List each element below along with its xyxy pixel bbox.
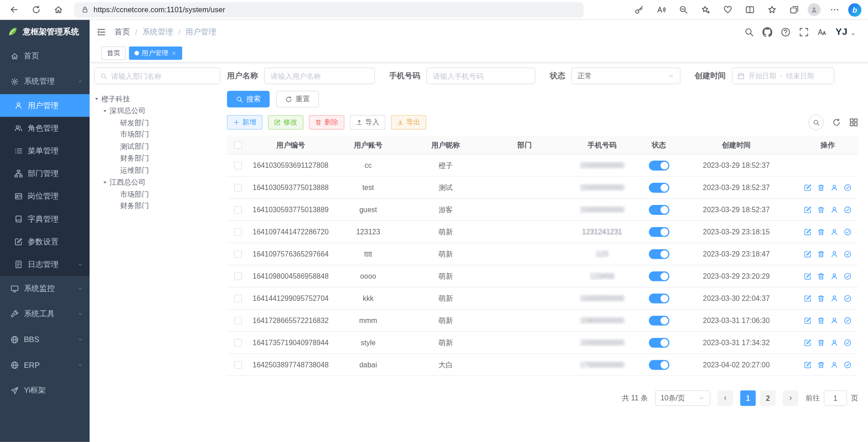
- tab-0[interactable]: 首页: [101, 47, 126, 60]
- column-settings-icon[interactable]: [849, 118, 859, 127]
- reset-password-icon[interactable]: [830, 272, 838, 280]
- import-button[interactable]: 导入: [350, 115, 385, 130]
- reset-password-icon[interactable]: [830, 206, 838, 214]
- status-toggle[interactable]: [649, 204, 669, 214]
- tree-node[interactable]: 橙子科技: [94, 93, 220, 105]
- assign-role-icon[interactable]: [844, 206, 851, 214]
- read-aloud-icon[interactable]: [656, 5, 666, 14]
- row-checkbox[interactable]: [234, 272, 242, 280]
- row-checkbox[interactable]: [234, 184, 242, 191]
- tree-node[interactable]: 市场部门: [94, 188, 220, 200]
- sidebar-item[interactable]: 角色管理: [0, 117, 90, 139]
- row-checkbox[interactable]: [234, 338, 242, 346]
- search-icon[interactable]: [744, 27, 754, 37]
- dept-search-input[interactable]: [111, 72, 214, 80]
- breadcrumb-item[interactable]: 系统管理: [142, 27, 173, 37]
- reset-password-icon[interactable]: [830, 317, 838, 324]
- tree-node[interactable]: 市场部门: [94, 129, 220, 141]
- zoom-icon[interactable]: [678, 5, 688, 14]
- row-checkbox[interactable]: [234, 361, 242, 368]
- sidebar-item[interactable]: 岗位管理: [0, 185, 90, 208]
- add-button[interactable]: 新增: [227, 115, 262, 130]
- page-button-2[interactable]: 2: [760, 390, 776, 406]
- row-checkbox[interactable]: [234, 250, 242, 258]
- row-checkbox[interactable]: [234, 295, 242, 302]
- page-size-select[interactable]: 10条/页: [655, 390, 710, 406]
- tree-node[interactable]: 财务部门: [94, 200, 220, 212]
- username-input[interactable]: [264, 67, 375, 84]
- sidebar-item[interactable]: 系统监控: [0, 276, 90, 301]
- export-button[interactable]: 导出: [391, 115, 426, 130]
- more-menu-icon[interactable]: [830, 5, 839, 14]
- sidebar-item[interactable]: Yi框架: [0, 378, 90, 403]
- back-icon[interactable]: [9, 5, 19, 14]
- breadcrumb-item[interactable]: 首页: [114, 27, 130, 37]
- password-manager-icon[interactable]: [634, 5, 644, 14]
- sidebar-item[interactable]: 日志管理: [0, 253, 90, 276]
- assign-role-icon[interactable]: [844, 295, 851, 302]
- row-checkbox[interactable]: [234, 206, 242, 214]
- status-select[interactable]: 正常: [571, 67, 680, 84]
- copilot-icon[interactable]: [848, 3, 861, 16]
- sidebar-item[interactable]: 部门管理: [0, 162, 90, 185]
- row-checkbox[interactable]: [234, 228, 242, 236]
- date-range-picker[interactable]: 开始日期 - 结束日期: [732, 67, 834, 84]
- delete-icon[interactable]: [817, 250, 825, 258]
- home-icon[interactable]: [53, 5, 63, 14]
- address-bar[interactable]: https://ccnetcore.com:1101/system/user: [74, 2, 583, 17]
- reload-icon[interactable]: [31, 5, 41, 14]
- edit-button[interactable]: 修改: [268, 115, 303, 130]
- status-toggle[interactable]: [649, 315, 669, 325]
- delete-icon[interactable]: [817, 338, 825, 346]
- sidebar-item[interactable]: ERP: [0, 352, 90, 377]
- favorites-icon[interactable]: [767, 5, 777, 14]
- reset-password-icon[interactable]: [830, 228, 838, 236]
- assign-role-icon[interactable]: [844, 272, 851, 280]
- page-button-1[interactable]: 1: [740, 390, 755, 406]
- edit-icon[interactable]: [804, 317, 811, 324]
- font-size-icon[interactable]: [817, 27, 827, 37]
- reset-password-icon[interactable]: [830, 295, 838, 302]
- search-toggle-button[interactable]: [808, 114, 824, 130]
- status-toggle[interactable]: [649, 249, 669, 259]
- status-toggle[interactable]: [649, 293, 669, 303]
- prev-page-button[interactable]: [717, 390, 733, 406]
- split-screen-icon[interactable]: [745, 5, 754, 14]
- tree-node[interactable]: 深圳总公司: [94, 105, 220, 117]
- delete-icon[interactable]: [817, 228, 825, 236]
- breadcrumb-item[interactable]: 用户管理: [185, 27, 217, 37]
- goto-page-input[interactable]: [824, 390, 847, 406]
- delete-icon[interactable]: [817, 184, 825, 191]
- tree-node[interactable]: 运维部门: [94, 165, 220, 176]
- delete-button[interactable]: 删除: [309, 115, 344, 130]
- edit-icon[interactable]: [804, 361, 811, 368]
- help-icon[interactable]: [781, 27, 791, 37]
- phone-input[interactable]: [426, 67, 535, 84]
- status-toggle[interactable]: [649, 182, 669, 192]
- profile-avatar[interactable]: [808, 3, 821, 16]
- sidebar-item[interactable]: 系统工具: [0, 301, 90, 327]
- sidebar-item[interactable]: BBS: [0, 327, 90, 352]
- edit-icon[interactable]: [804, 272, 811, 280]
- status-toggle[interactable]: [649, 271, 669, 281]
- delete-icon[interactable]: [817, 295, 825, 302]
- select-all-checkbox[interactable]: [234, 141, 242, 149]
- sidebar-item[interactable]: 菜单管理: [0, 139, 90, 162]
- tree-node[interactable]: 研发部门: [94, 117, 220, 128]
- row-checkbox[interactable]: [234, 162, 242, 169]
- delete-icon[interactable]: [817, 206, 825, 214]
- delete-icon[interactable]: [817, 317, 825, 324]
- fullscreen-icon[interactable]: [799, 27, 809, 37]
- tree-node[interactable]: 财务部门: [94, 152, 220, 164]
- edit-icon[interactable]: [804, 338, 811, 346]
- sidebar-item[interactable]: 系统管理: [0, 69, 90, 94]
- next-page-button[interactable]: [783, 390, 798, 406]
- browser-essentials-icon[interactable]: [723, 5, 732, 14]
- reset-password-icon[interactable]: [830, 361, 838, 368]
- sidebar-item[interactable]: 用户管理: [0, 94, 90, 117]
- tree-node[interactable]: 江西总公司: [94, 176, 220, 188]
- status-toggle[interactable]: [649, 160, 669, 170]
- reset-password-icon[interactable]: [830, 338, 838, 346]
- tab-1[interactable]: 用户管理: [129, 47, 182, 60]
- status-toggle[interactable]: [649, 227, 669, 237]
